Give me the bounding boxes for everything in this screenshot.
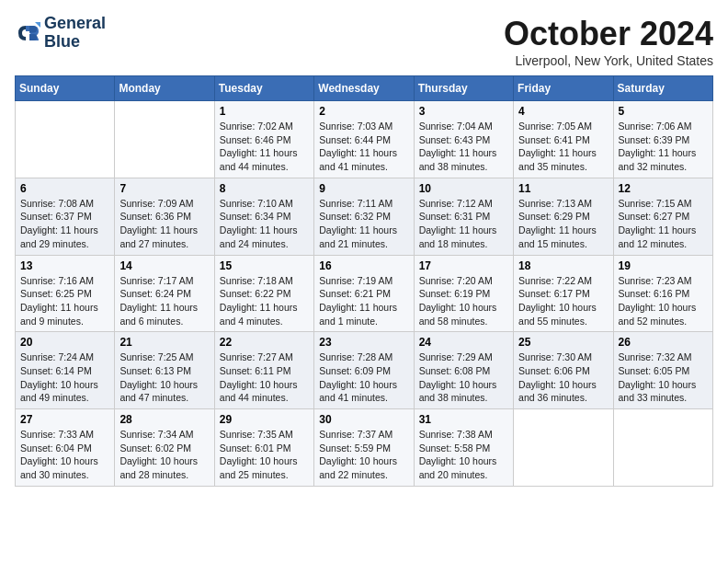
logo-text: General Blue bbox=[44, 15, 106, 52]
day-detail: Sunrise: 7:12 AM Sunset: 6:31 PM Dayligh… bbox=[419, 197, 508, 251]
day-detail: Sunrise: 7:25 AM Sunset: 6:13 PM Dayligh… bbox=[119, 350, 209, 405]
calendar-header: SundayMondayTuesdayWednesdayThursdayFrid… bbox=[16, 76, 713, 101]
calendar-cell: 29Sunrise: 7:35 AM Sunset: 6:01 PM Dayli… bbox=[214, 409, 313, 487]
weekday-header-tuesday: Tuesday bbox=[214, 76, 313, 101]
calendar-cell: 14Sunrise: 7:17 AM Sunset: 6:24 PM Dayli… bbox=[115, 255, 214, 332]
day-detail: Sunrise: 7:10 AM Sunset: 6:34 PM Dayligh… bbox=[220, 197, 309, 251]
weekday-header-saturday: Saturday bbox=[613, 76, 712, 101]
day-detail: Sunrise: 7:27 AM Sunset: 6:11 PM Dayligh… bbox=[220, 350, 309, 405]
day-detail: Sunrise: 7:35 AM Sunset: 6:01 PM Dayligh… bbox=[220, 428, 309, 482]
calendar-cell: 27Sunrise: 7:33 AM Sunset: 6:04 PM Dayli… bbox=[16, 409, 115, 487]
day-number: 1 bbox=[220, 105, 309, 118]
calendar-cell: 18Sunrise: 7:22 AM Sunset: 6:17 PM Dayli… bbox=[514, 255, 613, 332]
day-number: 9 bbox=[319, 182, 408, 195]
calendar-cell: 11Sunrise: 7:13 AM Sunset: 6:29 PM Dayli… bbox=[514, 178, 613, 255]
day-detail: Sunrise: 7:30 AM Sunset: 6:06 PM Dayligh… bbox=[518, 350, 608, 405]
calendar-cell: 20Sunrise: 7:24 AM Sunset: 6:14 PM Dayli… bbox=[16, 332, 115, 409]
calendar-week-4: 20Sunrise: 7:24 AM Sunset: 6:14 PM Dayli… bbox=[16, 332, 713, 409]
weekday-header-wednesday: Wednesday bbox=[314, 76, 414, 101]
day-number: 17 bbox=[419, 259, 508, 272]
day-number: 18 bbox=[518, 259, 608, 272]
day-detail: Sunrise: 7:05 AM Sunset: 6:41 PM Dayligh… bbox=[518, 120, 608, 174]
day-number: 16 bbox=[319, 259, 408, 272]
weekday-header-sunday: Sunday bbox=[16, 76, 115, 101]
calendar-cell: 31Sunrise: 7:38 AM Sunset: 5:58 PM Dayli… bbox=[414, 409, 513, 487]
day-number: 3 bbox=[419, 105, 508, 118]
day-detail: Sunrise: 7:28 AM Sunset: 6:09 PM Dayligh… bbox=[319, 350, 408, 405]
location: Liverpool, New York, United States bbox=[504, 53, 713, 68]
day-detail: Sunrise: 7:33 AM Sunset: 6:04 PM Dayligh… bbox=[20, 428, 109, 482]
calendar-cell: 28Sunrise: 7:34 AM Sunset: 6:02 PM Dayli… bbox=[115, 409, 214, 487]
page-header: General Blue October 2024 Liverpool, New… bbox=[15, 15, 713, 68]
calendar-cell: 26Sunrise: 7:32 AM Sunset: 6:05 PM Dayli… bbox=[613, 332, 712, 409]
calendar-cell: 4Sunrise: 7:05 AM Sunset: 6:41 PM Daylig… bbox=[514, 101, 613, 178]
calendar-week-5: 27Sunrise: 7:33 AM Sunset: 6:04 PM Dayli… bbox=[16, 409, 713, 487]
calendar-cell: 15Sunrise: 7:18 AM Sunset: 6:22 PM Dayli… bbox=[214, 255, 313, 332]
day-detail: Sunrise: 7:22 AM Sunset: 6:17 PM Dayligh… bbox=[518, 274, 608, 328]
calendar-cell: 10Sunrise: 7:12 AM Sunset: 6:31 PM Dayli… bbox=[414, 178, 513, 255]
calendar-cell bbox=[115, 101, 214, 178]
calendar-cell: 3Sunrise: 7:04 AM Sunset: 6:43 PM Daylig… bbox=[414, 101, 513, 178]
weekday-header-friday: Friday bbox=[514, 76, 613, 101]
day-detail: Sunrise: 7:32 AM Sunset: 6:05 PM Dayligh… bbox=[619, 350, 708, 405]
day-detail: Sunrise: 7:02 AM Sunset: 6:46 PM Dayligh… bbox=[220, 120, 309, 174]
day-detail: Sunrise: 7:08 AM Sunset: 6:37 PM Dayligh… bbox=[20, 197, 109, 251]
calendar-cell bbox=[16, 101, 115, 178]
day-number: 13 bbox=[20, 259, 109, 272]
weekday-header-monday: Monday bbox=[115, 76, 214, 101]
weekday-header-row: SundayMondayTuesdayWednesdayThursdayFrid… bbox=[16, 76, 713, 101]
day-number: 14 bbox=[119, 259, 209, 272]
day-detail: Sunrise: 7:23 AM Sunset: 6:16 PM Dayligh… bbox=[619, 274, 708, 328]
day-detail: Sunrise: 7:34 AM Sunset: 6:02 PM Dayligh… bbox=[119, 428, 209, 482]
day-detail: Sunrise: 7:18 AM Sunset: 6:22 PM Dayligh… bbox=[220, 274, 309, 328]
calendar-cell: 24Sunrise: 7:29 AM Sunset: 6:08 PM Dayli… bbox=[414, 332, 513, 409]
day-number: 31 bbox=[419, 413, 508, 426]
calendar-cell: 21Sunrise: 7:25 AM Sunset: 6:13 PM Dayli… bbox=[115, 332, 214, 409]
day-detail: Sunrise: 7:06 AM Sunset: 6:39 PM Dayligh… bbox=[619, 120, 708, 174]
calendar-cell: 1Sunrise: 7:02 AM Sunset: 6:46 PM Daylig… bbox=[214, 101, 313, 178]
day-number: 4 bbox=[518, 105, 608, 118]
day-number: 8 bbox=[220, 182, 309, 195]
day-detail: Sunrise: 7:24 AM Sunset: 6:14 PM Dayligh… bbox=[20, 350, 109, 405]
logo-line1: General bbox=[44, 15, 106, 33]
calendar-cell bbox=[613, 409, 712, 487]
day-number: 15 bbox=[220, 259, 309, 272]
day-number: 11 bbox=[518, 182, 608, 195]
day-detail: Sunrise: 7:20 AM Sunset: 6:19 PM Dayligh… bbox=[419, 274, 508, 328]
day-number: 27 bbox=[20, 413, 109, 426]
day-number: 26 bbox=[619, 336, 708, 349]
calendar-cell bbox=[514, 409, 613, 487]
calendar-cell: 13Sunrise: 7:16 AM Sunset: 6:25 PM Dayli… bbox=[16, 255, 115, 332]
title-block: October 2024 Liverpool, New York, United… bbox=[504, 15, 713, 68]
calendar-table: SundayMondayTuesdayWednesdayThursdayFrid… bbox=[15, 75, 713, 487]
day-detail: Sunrise: 7:29 AM Sunset: 6:08 PM Dayligh… bbox=[419, 350, 508, 405]
calendar-cell: 23Sunrise: 7:28 AM Sunset: 6:09 PM Dayli… bbox=[314, 332, 414, 409]
calendar-cell: 25Sunrise: 7:30 AM Sunset: 6:06 PM Dayli… bbox=[514, 332, 613, 409]
day-number: 22 bbox=[220, 336, 309, 349]
day-number: 24 bbox=[419, 336, 508, 349]
month-title: October 2024 bbox=[504, 15, 713, 53]
calendar-cell: 19Sunrise: 7:23 AM Sunset: 6:16 PM Dayli… bbox=[613, 255, 712, 332]
weekday-header-thursday: Thursday bbox=[414, 76, 513, 101]
day-number: 12 bbox=[619, 182, 708, 195]
day-detail: Sunrise: 7:09 AM Sunset: 6:36 PM Dayligh… bbox=[119, 197, 209, 251]
day-number: 6 bbox=[20, 182, 109, 195]
day-detail: Sunrise: 7:03 AM Sunset: 6:44 PM Dayligh… bbox=[319, 120, 408, 174]
calendar-cell: 8Sunrise: 7:10 AM Sunset: 6:34 PM Daylig… bbox=[214, 178, 313, 255]
day-detail: Sunrise: 7:17 AM Sunset: 6:24 PM Dayligh… bbox=[119, 274, 209, 328]
day-number: 29 bbox=[220, 413, 309, 426]
logo-line2: Blue bbox=[44, 33, 106, 52]
day-number: 5 bbox=[619, 105, 708, 118]
day-detail: Sunrise: 7:11 AM Sunset: 6:32 PM Dayligh… bbox=[319, 197, 408, 251]
calendar-cell: 12Sunrise: 7:15 AM Sunset: 6:27 PM Dayli… bbox=[613, 178, 712, 255]
calendar-cell: 6Sunrise: 7:08 AM Sunset: 6:37 PM Daylig… bbox=[16, 178, 115, 255]
calendar-cell: 2Sunrise: 7:03 AM Sunset: 6:44 PM Daylig… bbox=[314, 101, 414, 178]
calendar-cell: 9Sunrise: 7:11 AM Sunset: 6:32 PM Daylig… bbox=[314, 178, 414, 255]
day-number: 7 bbox=[119, 182, 209, 195]
calendar-week-2: 6Sunrise: 7:08 AM Sunset: 6:37 PM Daylig… bbox=[16, 178, 713, 255]
calendar-cell: 5Sunrise: 7:06 AM Sunset: 6:39 PM Daylig… bbox=[613, 101, 712, 178]
day-number: 19 bbox=[619, 259, 708, 272]
day-detail: Sunrise: 7:37 AM Sunset: 5:59 PM Dayligh… bbox=[319, 428, 408, 482]
calendar-week-3: 13Sunrise: 7:16 AM Sunset: 6:25 PM Dayli… bbox=[16, 255, 713, 332]
calendar-cell: 17Sunrise: 7:20 AM Sunset: 6:19 PM Dayli… bbox=[414, 255, 513, 332]
